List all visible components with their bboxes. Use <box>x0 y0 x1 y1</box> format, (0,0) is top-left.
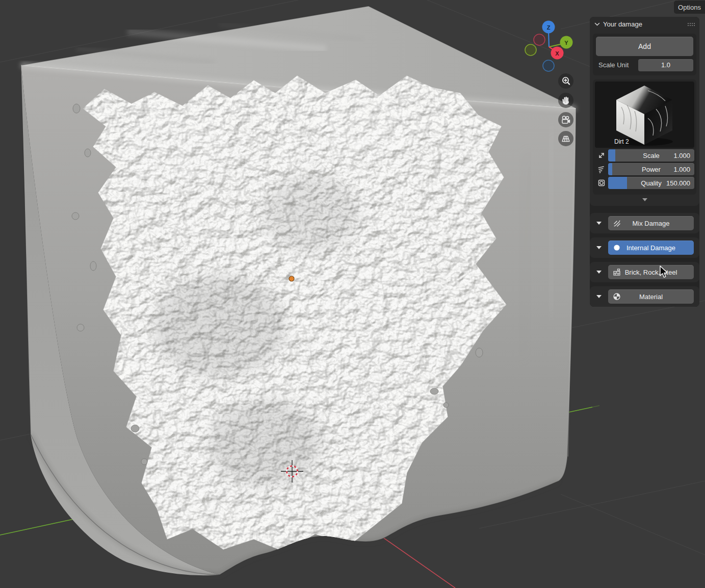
section-material: Material <box>590 286 699 307</box>
section-label: Internal Damage <box>626 244 675 252</box>
material-sphere-icon <box>613 292 621 301</box>
section-label: Brick, Rock, Steel <box>625 269 677 276</box>
scale-icon <box>595 151 608 159</box>
section-mix-damage: Mix Damage <box>590 213 699 233</box>
section-brick-rock-steel: Brick, Rock, Steel <box>590 262 699 282</box>
gizmo-neg-y-ball[interactable] <box>525 44 536 56</box>
add-group-box: Add Scale Unit 1.0 <box>593 34 696 75</box>
mix-damage-button[interactable]: Mix Damage <box>608 216 694 230</box>
texture-group-box: Dirt 2 Scale 1.000 <box>593 79 696 195</box>
scale-unit-label: Scale Unit <box>596 61 638 69</box>
texture-name-label: Dirt 2 <box>614 138 629 145</box>
camera-view-button[interactable] <box>558 112 573 127</box>
scale-slider[interactable]: Scale 1.000 <box>608 149 694 162</box>
zoom-button[interactable] <box>558 73 573 89</box>
hatch-texture-icon <box>613 219 621 227</box>
gizmo-neg-x-ball[interactable] <box>534 34 545 45</box>
gizmo-neg-z-ball[interactable] <box>543 60 554 71</box>
slider-value: 150.000 <box>666 177 690 189</box>
brick-icon <box>613 268 621 276</box>
disclosure-triangle[interactable] <box>596 295 602 298</box>
internal-damage-button[interactable]: Internal Damage <box>608 240 694 255</box>
pan-button[interactable] <box>558 93 573 108</box>
brick-rock-steel-button[interactable]: Brick, Rock, Steel <box>608 265 694 279</box>
panel-drag-grip-icon[interactable] <box>688 23 695 26</box>
gizmo-y-label: Y <box>564 40 568 46</box>
power-falloff-icon <box>595 165 608 173</box>
disclosure-triangle[interactable] <box>596 222 602 225</box>
add-button[interactable]: Add <box>596 37 693 56</box>
scale-unit-field[interactable]: 1.0 <box>638 59 693 71</box>
disclosure-triangle[interactable] <box>596 271 602 274</box>
gizmo-x-label: X <box>555 50 559 57</box>
perspective-button[interactable] <box>558 131 573 146</box>
your-damage-panel: Your damage Add Scale Unit 1.0 <box>590 17 699 206</box>
section-label: Material <box>639 293 663 301</box>
slider-value: 1.000 <box>673 163 690 175</box>
section-internal-damage: Internal Damage <box>590 237 699 258</box>
gizmo-z-label: Z <box>547 24 551 31</box>
object-origin-dot[interactable] <box>289 276 294 281</box>
quality-icon <box>595 179 608 187</box>
texture-preview-cube <box>616 86 672 145</box>
sphere-dot-icon <box>613 244 621 252</box>
chevron-down-icon <box>594 21 600 27</box>
panel-header[interactable]: Your damage <box>590 17 699 32</box>
collapsed-section-arrow[interactable] <box>642 198 647 201</box>
slider-value: 1.000 <box>673 149 690 162</box>
power-slider[interactable]: Power 1.000 <box>608 163 694 175</box>
panel-title: Your damage <box>603 20 642 28</box>
quality-slider[interactable]: Quality 150.000 <box>608 177 694 189</box>
texture-preview[interactable]: Dirt 2 <box>595 82 694 148</box>
material-button[interactable]: Material <box>608 289 694 304</box>
options-button[interactable]: Options <box>674 1 705 14</box>
section-label: Mix Damage <box>633 220 670 227</box>
disclosure-triangle[interactable] <box>596 246 602 249</box>
damaged-cube[interactable] <box>21 6 576 575</box>
